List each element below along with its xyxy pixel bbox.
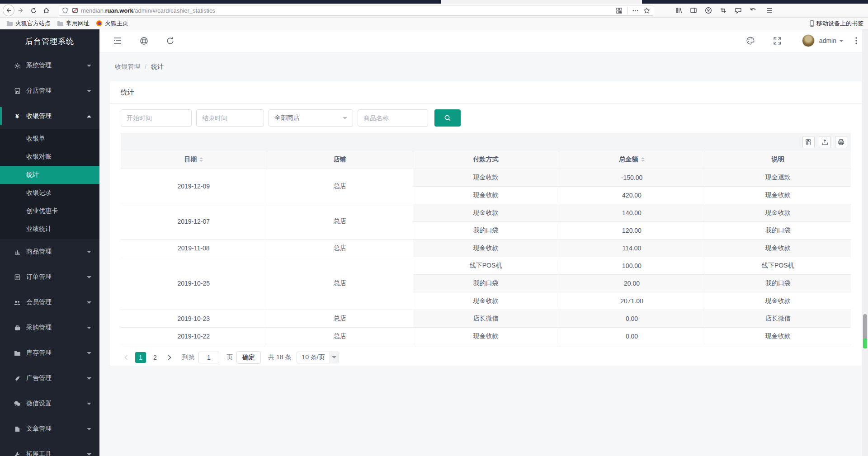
qr-code-icon[interactable] bbox=[616, 7, 623, 14]
back-button[interactable] bbox=[3, 5, 14, 16]
sidebar-item-label: 分店管理 bbox=[26, 87, 87, 95]
sidebar-item-inventory[interactable]: 库存管理 bbox=[0, 340, 99, 366]
menu-icon[interactable] bbox=[766, 7, 773, 14]
sidebar-subitem-statistics[interactable]: 统计 bbox=[0, 166, 99, 184]
shop-select[interactable]: 全部商店 bbox=[269, 109, 353, 127]
shield-icon[interactable] bbox=[62, 7, 68, 14]
export-button[interactable] bbox=[819, 136, 831, 148]
sidebar-item-system[interactable]: 系统管理 bbox=[0, 53, 99, 78]
end-time-input[interactable] bbox=[196, 109, 264, 127]
column-header-amount[interactable]: 总金额 bbox=[559, 151, 705, 169]
chevron-down-icon bbox=[87, 90, 91, 92]
amount-cell: -150.00 bbox=[559, 169, 705, 186]
prev-page-button[interactable] bbox=[121, 352, 132, 363]
sidebar-item-articles[interactable]: 文章管理 bbox=[0, 416, 99, 442]
sidebar-subitem-coupon-card[interactable]: 创业优惠卡 bbox=[0, 202, 99, 220]
table-row[interactable]: 2019-12-07 总店 现金收款 140.00 现金收款 bbox=[121, 204, 851, 221]
columns-settings-button[interactable] bbox=[802, 136, 815, 148]
shop-select-value: 全部商店 bbox=[274, 114, 300, 122]
page-size-select[interactable]: 10 条/页 bbox=[297, 352, 339, 363]
search-icon bbox=[443, 114, 452, 122]
refresh-icon[interactable] bbox=[165, 36, 175, 45]
goto-page-input[interactable] bbox=[198, 352, 219, 363]
fullscreen-icon[interactable] bbox=[773, 36, 782, 45]
reload-button[interactable] bbox=[27, 5, 40, 16]
bookmark-label: 火狐官方站点 bbox=[15, 19, 51, 28]
statistics-card: 统计 全部商店 bbox=[110, 81, 862, 366]
start-time-input[interactable] bbox=[121, 109, 192, 127]
method-cell: 现金收款 bbox=[413, 327, 559, 345]
user-menu[interactable]: admin bbox=[819, 37, 844, 44]
sidebar-item-members[interactable]: 会员管理 bbox=[0, 290, 99, 315]
breadcrumb-parent[interactable]: 收银管理 bbox=[115, 63, 140, 71]
forward-button[interactable] bbox=[14, 5, 27, 16]
more-options-icon[interactable] bbox=[855, 37, 857, 45]
column-header-method: 付款方式 bbox=[413, 151, 559, 169]
page-actions-icon[interactable] bbox=[632, 7, 639, 14]
page-1-button[interactable]: 1 bbox=[135, 352, 146, 363]
table-row[interactable]: 2019-10-22 总店 现金收款 0.00 现金收款 bbox=[121, 327, 851, 345]
bookmark-folder-official[interactable]: 火狐官方站点 bbox=[6, 19, 51, 28]
next-page-button[interactable] bbox=[164, 352, 175, 363]
bookmark-star-icon[interactable] bbox=[643, 7, 650, 14]
theme-palette-icon[interactable] bbox=[746, 36, 755, 45]
home-button[interactable] bbox=[40, 5, 52, 16]
table-row[interactable]: 2019-10-25 总店 线下POS机 100.00 线下POS机 bbox=[121, 257, 851, 274]
url-bar[interactable]: mendian.ruan.work/admin/#/card/cashier_s… bbox=[59, 5, 653, 16]
bookmark-firefox-home[interactable]: 火狐主页 bbox=[96, 19, 128, 28]
screenshot-icon[interactable] bbox=[720, 7, 727, 14]
amount-cell: 120.00 bbox=[559, 221, 705, 239]
chevron-down-icon bbox=[87, 276, 91, 278]
amount-cell: 140.00 bbox=[559, 204, 705, 221]
collapse-sidebar-icon[interactable] bbox=[113, 36, 122, 45]
scrollbar-thumb[interactable] bbox=[863, 314, 867, 340]
sidebar-item-ads[interactable]: 广告管理 bbox=[0, 366, 99, 391]
sidebar-item-tools[interactable]: 拓展工具 bbox=[0, 442, 99, 456]
sidebar-subitem-performance[interactable]: 业绩统计 bbox=[0, 220, 99, 238]
undo-icon[interactable] bbox=[750, 7, 757, 14]
note-cell: 现金收款 bbox=[705, 327, 851, 345]
sidebar-item-goods[interactable]: 商品管理 bbox=[0, 239, 99, 264]
sidebar-item-branch[interactable]: 分店管理 bbox=[0, 78, 99, 103]
product-name-input[interactable] bbox=[358, 109, 428, 127]
sidebar-item-label: 文章管理 bbox=[26, 425, 87, 433]
amount-cell: 0.00 bbox=[559, 310, 705, 327]
library-icon[interactable] bbox=[675, 7, 682, 14]
sidebar-item-orders[interactable]: 订单管理 bbox=[0, 264, 99, 290]
confirm-button[interactable]: 确定 bbox=[236, 351, 261, 364]
browser-tabstrip bbox=[0, 0, 868, 4]
page-scrollbar[interactable] bbox=[862, 29, 868, 456]
mobile-bookmarks[interactable]: 移动设备上的书签 bbox=[809, 19, 863, 28]
chat-icon[interactable] bbox=[735, 7, 742, 14]
avatar[interactable] bbox=[802, 34, 815, 47]
table-row[interactable]: 2019-11-08 总店 现金收款 114.00 现金收款 bbox=[121, 239, 851, 257]
table-toolbar bbox=[121, 133, 851, 151]
amount-cell: 20.00 bbox=[559, 274, 705, 292]
account-icon[interactable] bbox=[705, 7, 712, 14]
bookmark-folder-common[interactable]: 常用网址 bbox=[57, 19, 90, 28]
chevron-down-icon bbox=[839, 40, 844, 42]
page-2-button[interactable]: 2 bbox=[150, 352, 160, 363]
sort-icon[interactable] bbox=[641, 157, 645, 162]
globe-icon[interactable] bbox=[139, 36, 148, 45]
column-header-date[interactable]: 日期 bbox=[121, 151, 267, 169]
total-count-label: 共 18 条 bbox=[268, 353, 291, 362]
sidebar-item-cashier[interactable]: ¥ 收银管理 bbox=[0, 103, 99, 129]
print-button[interactable] bbox=[835, 136, 847, 148]
table-row[interactable]: 2019-12-09 总店 现金收款 -150.00 现金退款 bbox=[121, 169, 851, 186]
date-cell: 2019-10-22 bbox=[121, 327, 267, 345]
sidebar-item-wechat[interactable]: 微信设置 bbox=[0, 391, 99, 416]
sidebars-icon[interactable] bbox=[690, 7, 697, 14]
sort-icon[interactable] bbox=[199, 157, 203, 162]
search-button[interactable] bbox=[434, 109, 461, 127]
note-cell: 线下POS机 bbox=[705, 257, 851, 274]
sidebar-subitem-cashier-bill[interactable]: 收银单 bbox=[0, 130, 99, 148]
sidebar-subitem-records[interactable]: 收银记录 bbox=[0, 184, 99, 202]
sidebar-subitem-reconcile[interactable]: 收银对账 bbox=[0, 148, 99, 166]
table-row[interactable]: 2019-10-23 总店 店长微信 0.00 店长微信 bbox=[121, 310, 851, 327]
bookmarks-bar: 火狐官方站点 常用网址 火狐主页 移动设备上的书签 bbox=[0, 18, 868, 29]
browser-active-tab[interactable] bbox=[441, 0, 642, 4]
sidebar-item-purchase[interactable]: 采购管理 bbox=[0, 315, 99, 340]
method-cell: 现金收款 bbox=[413, 186, 559, 204]
blocked-media-icon[interactable] bbox=[72, 7, 78, 14]
